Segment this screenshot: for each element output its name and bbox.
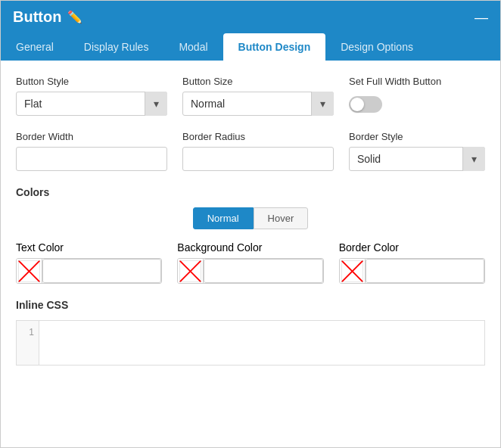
- full-width-toggle-wrapper: [349, 96, 485, 113]
- inline-css-textarea[interactable]: [39, 321, 484, 365]
- background-color-input-wrapper: [177, 258, 323, 284]
- text-color-group: Text Color: [16, 241, 162, 284]
- tab-modal[interactable]: Modal: [163, 33, 222, 61]
- full-width-label: Set Full Width Button: [349, 76, 485, 87]
- border-width-group: Border Width: [16, 131, 167, 171]
- tab-display-rules[interactable]: Display Rules: [69, 33, 164, 61]
- window-title: Button: [13, 8, 61, 26]
- text-color-input-wrapper: [16, 258, 162, 284]
- border-radius-label: Border Radius: [182, 131, 334, 142]
- colors-section: Colors Normal Hover Text Color: [16, 186, 485, 284]
- colors-label: Colors: [16, 186, 485, 198]
- normal-hover-toggle: Normal Hover: [16, 207, 485, 229]
- title-bar: Button ✏️ —: [1, 1, 500, 33]
- border-width-input[interactable]: [16, 147, 167, 171]
- background-color-group: Background Color: [177, 241, 323, 284]
- minimize-button[interactable]: —: [475, 11, 488, 24]
- background-color-input[interactable]: [204, 259, 322, 283]
- button-size-select[interactable]: Small Normal Large: [182, 92, 334, 116]
- button-size-label: Button Size: [182, 76, 334, 87]
- main-window: Button ✏️ — General Display Rules Modal …: [0, 0, 501, 448]
- full-width-toggle[interactable]: [349, 96, 382, 113]
- border-radius-input[interactable]: [182, 147, 334, 171]
- line-number-1: 1: [21, 327, 34, 338]
- full-width-group: Set Full Width Button: [349, 76, 485, 113]
- button-size-select-wrapper: Small Normal Large: [182, 92, 334, 116]
- tabs-bar: General Display Rules Modal Button Desig…: [1, 33, 500, 61]
- inline-css-section: Inline CSS 1: [16, 299, 485, 366]
- border-color-swatch[interactable]: [340, 259, 366, 283]
- background-color-swatch[interactable]: [178, 259, 204, 283]
- inline-css-label: Inline CSS: [16, 299, 485, 311]
- border-color-input-wrapper: [339, 258, 485, 284]
- line-numbers: 1: [17, 321, 39, 365]
- border-color-input[interactable]: [366, 259, 484, 283]
- button-style-select[interactable]: Flat Raised Outline Ghost: [16, 92, 167, 116]
- border-color-label: Border Color: [339, 241, 485, 254]
- tab-button-design[interactable]: Button Design: [223, 33, 326, 61]
- border-style-select-wrapper: None Solid Dashed Dotted: [349, 147, 485, 171]
- border-radius-group: Border Radius: [182, 131, 334, 171]
- normal-button[interactable]: Normal: [193, 207, 254, 229]
- hover-button[interactable]: Hover: [254, 207, 309, 229]
- border-style-group: Border Style None Solid Dashed Dotted: [349, 131, 485, 171]
- text-color-input[interactable]: [42, 259, 161, 283]
- color-inputs-row: Text Color B: [16, 241, 485, 284]
- border-color-group: Border Color: [339, 241, 485, 284]
- button-style-select-wrapper: Flat Raised Outline Ghost: [16, 92, 167, 116]
- edit-icon[interactable]: ✏️: [67, 10, 82, 24]
- border-width-label: Border Width: [16, 131, 167, 142]
- button-size-group: Button Size Small Normal Large: [182, 76, 334, 116]
- content-area: Button Style Flat Raised Outline Ghost B…: [1, 61, 500, 447]
- title-bar-title: Button ✏️: [13, 8, 82, 26]
- border-style-select[interactable]: None Solid Dashed Dotted: [349, 147, 485, 171]
- text-color-swatch[interactable]: [17, 259, 42, 283]
- border-style-label: Border Style: [349, 131, 485, 142]
- tab-general[interactable]: General: [1, 33, 69, 61]
- inline-css-area: 1: [16, 320, 485, 366]
- row-button-style-size: Button Style Flat Raised Outline Ghost B…: [16, 76, 485, 116]
- background-color-label: Background Color: [177, 241, 323, 254]
- row-border: Border Width Border Radius Border Style …: [16, 131, 485, 171]
- button-style-label: Button Style: [16, 76, 167, 87]
- button-style-group: Button Style Flat Raised Outline Ghost: [16, 76, 167, 116]
- tab-design-options[interactable]: Design Options: [325, 33, 428, 61]
- text-color-label: Text Color: [16, 241, 162, 254]
